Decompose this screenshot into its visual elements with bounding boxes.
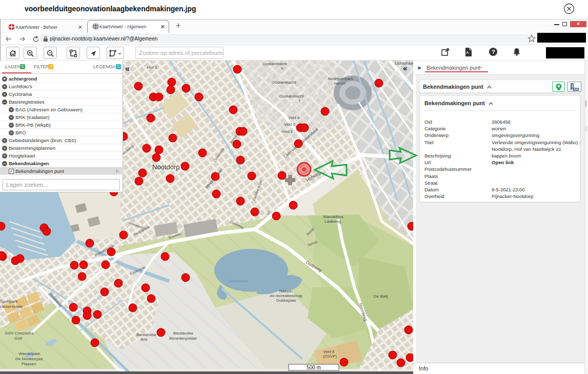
svg-text:«: « bbox=[125, 64, 130, 73]
svg-text:Dobbeplas: Dobbeplas bbox=[276, 298, 296, 303]
svg-text:Nootdorp: Nootdorp bbox=[152, 163, 179, 171]
svg-text:A: A bbox=[467, 51, 469, 54]
svg-text:I: I bbox=[299, 99, 300, 103]
svg-text:Bedrijvenpark: Bedrijvenpark bbox=[328, 76, 354, 81]
svg-text:Wandelpark: Wandelpark bbox=[18, 351, 40, 356]
svg-text:«: « bbox=[403, 64, 407, 72]
svg-text:Wandelbos: Wandelbos bbox=[323, 214, 343, 219]
svg-text:Bieslandse: Bieslandse bbox=[136, 332, 157, 337]
svg-text:Sportpark: Sportpark bbox=[0, 299, 18, 304]
svg-text:Plassen: Plassen bbox=[22, 362, 36, 366]
svg-text:?: ? bbox=[492, 49, 495, 55]
svg-text:Golf: Golf bbox=[14, 336, 22, 341]
svg-text:rasserskade: rasserskade bbox=[0, 304, 23, 309]
svg-text:Benedenpolder: Benedenpolder bbox=[169, 336, 197, 341]
svg-text:Veld 4: Veld 4 bbox=[288, 115, 300, 120]
svg-text:Oostambacht: Oostambacht bbox=[272, 80, 296, 85]
svg-text:(DSVP): (DSVP) bbox=[323, 354, 337, 359]
svg-text:De Nootdorpse: De Nootdorpse bbox=[15, 357, 43, 361]
svg-text:Dobbeplas: Dobbeplas bbox=[229, 279, 248, 283]
svg-text:Laakweg: Laakweg bbox=[325, 219, 341, 224]
svg-text:Bieslandse: Bieslandse bbox=[173, 331, 194, 336]
svg-text:Oostambacht: Oostambacht bbox=[279, 94, 304, 99]
svg-text:Hof 3: Hof 3 bbox=[147, 65, 157, 70]
svg-text:DSV Concordia: DSV Concordia bbox=[5, 331, 34, 336]
svg-text:II: II bbox=[281, 66, 283, 71]
svg-text:Heron: Heron bbox=[334, 81, 346, 86]
svg-text:en recreatieschap: en recreatieschap bbox=[270, 293, 302, 298]
svg-text:Oostambacht: Oostambacht bbox=[262, 62, 287, 66]
svg-text:500 m: 500 m bbox=[307, 365, 321, 370]
svg-text:Veld 8: Veld 8 bbox=[323, 349, 335, 354]
svg-text:Natuur-: Natuur- bbox=[279, 289, 293, 293]
svg-text:Veld 2: Veld 2 bbox=[284, 122, 296, 127]
svg-text:Bos: Bos bbox=[140, 337, 148, 342]
svg-text:Veld 1: Veld 1 bbox=[281, 129, 293, 134]
svg-text:De Balij: De Balij bbox=[374, 294, 388, 299]
